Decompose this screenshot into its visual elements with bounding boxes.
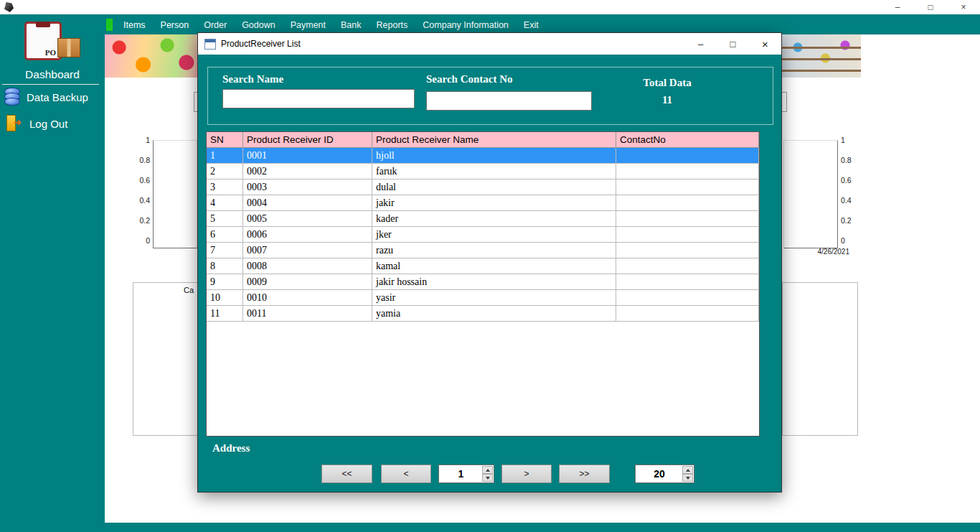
dialog-window-controls: – □ ×: [684, 33, 781, 55]
chart-right-plot-area: [783, 140, 838, 248]
sidebar-item-data-backup[interactable]: Data Backup: [4, 88, 88, 106]
last-page-button[interactable]: >>: [559, 465, 610, 483]
table-cell: 0004: [243, 195, 372, 211]
first-page-button[interactable]: <<: [321, 465, 372, 483]
app-logo: PO: [19, 17, 83, 63]
table-cell: [616, 243, 759, 258]
table-cell: yasir: [372, 290, 616, 306]
spinner-down-icon[interactable]: [682, 474, 693, 482]
axis-tick-label: 0: [146, 236, 150, 245]
table-cell: 6: [207, 227, 243, 243]
table-row[interactable]: 90009jakir hossain: [207, 274, 759, 290]
dialog-minimize-button[interactable]: –: [684, 33, 717, 55]
spinner-down-icon[interactable]: [482, 474, 493, 482]
spinner-up-icon[interactable]: [482, 466, 493, 474]
axis-tick-label: 0.6: [841, 176, 852, 185]
dialog-maximize-button[interactable]: □: [717, 33, 749, 55]
menu-item-godown[interactable]: Godown: [239, 19, 278, 31]
chart-left-y-axis: 10.80.60.40.20: [133, 136, 150, 245]
grid-header: SNProduct Receiver IDProduct Receiver Na…: [207, 132, 759, 148]
table-cell: 0002: [243, 164, 372, 179]
maximize-button[interactable]: □: [914, 0, 947, 14]
search-contact-label: Search Contact No: [426, 73, 513, 85]
table-cell: 0010: [243, 290, 372, 306]
menu-item-order[interactable]: Order: [201, 19, 230, 31]
menu-item-payment[interactable]: Payment: [288, 19, 329, 31]
table-cell: jakir: [372, 195, 616, 211]
search-name-input[interactable]: [222, 89, 415, 108]
chart-right-y-axis: 10.80.60.40.20: [841, 136, 858, 245]
table-cell: kamal: [372, 258, 616, 274]
table-row[interactable]: 110011yamia: [207, 306, 759, 322]
spinner-up-icon[interactable]: [682, 466, 693, 474]
previous-page-button[interactable]: <: [381, 465, 431, 483]
table-cell: 5: [207, 211, 243, 227]
table-cell: [616, 290, 759, 306]
clipboard-clip-icon: [36, 22, 50, 27]
axis-tick-label: 0.2: [841, 216, 852, 225]
chart-right-x-label: 4/26/2021: [818, 248, 850, 256]
menu-active-indicator: [106, 19, 113, 31]
table-cell: [616, 179, 759, 195]
menu-item-items[interactable]: Items: [121, 19, 149, 31]
search-panel: Search Name Search Contact No Total Data…: [207, 67, 773, 125]
table-row[interactable]: 70007razu: [207, 243, 759, 258]
database-icon: [4, 88, 20, 106]
partial-caption-label: Ca: [184, 286, 194, 294]
dialog-close-button[interactable]: ×: [749, 33, 781, 55]
main-window: – □ × ItemsPersonOrderGodownPaymentBankR…: [0, 0, 980, 532]
sidebar-item-dashboard[interactable]: Dashboard: [0, 68, 105, 81]
table-cell: [616, 211, 759, 227]
axis-tick-label: 0.4: [139, 196, 150, 205]
table-cell: jker: [372, 227, 616, 243]
table-cell: 2: [207, 164, 243, 179]
close-button[interactable]: ×: [947, 0, 980, 14]
table-cell: jakir hossain: [372, 274, 616, 290]
table-cell: hjoll: [372, 148, 616, 164]
table-cell: kader: [372, 211, 616, 227]
banner-image-right: [782, 34, 861, 78]
table-row[interactable]: 80008kamal: [207, 258, 759, 274]
table-row[interactable]: 30003dulal: [207, 179, 759, 195]
table-cell: 8: [207, 258, 243, 274]
window-controls: – □ ×: [881, 0, 980, 14]
menu-item-person[interactable]: Person: [158, 19, 192, 31]
chart-left-plot-area: [153, 140, 197, 248]
table-cell: 0003: [243, 179, 372, 195]
table-cell: 0011: [243, 306, 372, 322]
minimize-button[interactable]: –: [881, 0, 914, 14]
grid-column-header[interactable]: Product Receiver Name: [372, 132, 616, 148]
menu-item-company-information[interactable]: Company Information: [420, 19, 512, 31]
table-cell: [616, 306, 759, 322]
table-row[interactable]: 60006jker: [207, 227, 759, 243]
table-cell: [616, 274, 759, 290]
logo-po-label: PO: [45, 48, 56, 57]
table-row[interactable]: 40004jakir: [207, 195, 759, 211]
next-page-button[interactable]: >: [501, 465, 552, 483]
axis-tick-label: 1: [146, 136, 150, 144]
menu-item-reports[interactable]: Reports: [374, 19, 411, 31]
axis-tick-label: 0: [841, 236, 845, 245]
table-cell: 1: [207, 148, 243, 164]
total-data-block: Total Data 11: [610, 77, 725, 106]
page-number-stepper[interactable]: [438, 465, 494, 483]
dialog-productreceiver-list: ProductReceiver List – □ × Search Name S…: [197, 32, 782, 493]
menu-item-exit[interactable]: Exit: [521, 19, 542, 31]
axis-tick-label: 0.4: [841, 196, 852, 205]
table-row[interactable]: 100010yasir: [207, 290, 759, 306]
sidebar-item-log-out[interactable]: ➜ Log Out: [6, 114, 67, 133]
grid-column-header[interactable]: SN: [207, 132, 243, 148]
search-contact-input[interactable]: [426, 91, 592, 111]
page-size-stepper[interactable]: [635, 465, 694, 483]
grid-body: 10001hjoll20002faruk30003dulal40004jakir…: [207, 148, 759, 322]
grid-column-header[interactable]: Product Receiver ID: [243, 132, 372, 148]
table-row[interactable]: 10001hjoll: [207, 148, 759, 164]
grid-column-header[interactable]: ContactNo: [616, 132, 759, 148]
table-row[interactable]: 50005kader: [207, 211, 759, 227]
table-cell: razu: [372, 243, 616, 258]
dialog-titlebar[interactable]: ProductReceiver List – □ ×: [198, 33, 781, 55]
product-receiver-grid[interactable]: SNProduct Receiver IDProduct Receiver Na…: [206, 131, 760, 437]
table-row[interactable]: 20002faruk: [207, 164, 759, 179]
menu-item-bank[interactable]: Bank: [338, 19, 364, 31]
axis-tick-label: 0.8: [139, 156, 150, 164]
